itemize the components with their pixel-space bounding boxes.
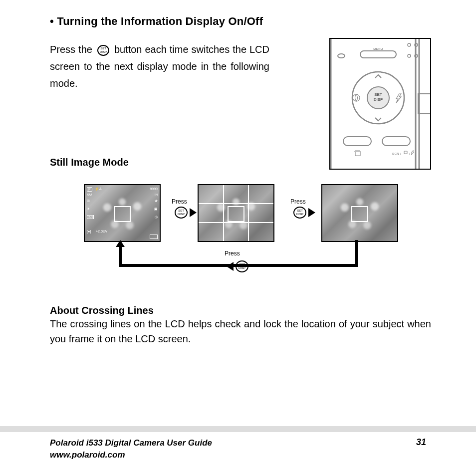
size-label: 5M — [87, 193, 92, 197]
flow-line — [355, 240, 358, 267]
footer-bar — [0, 426, 476, 432]
timer-icon-small: ◷ — [155, 215, 158, 219]
meter-icon-small: [●] — [87, 230, 91, 233]
lcd-full-osd: P ⚡A 9999 5M IN ⊞ ❀ ☀ ▣ ISO ◷ [●] +2.0EV — [84, 184, 161, 242]
about-crossing-lines-body: The crossing lines on the LCD helps chec… — [50, 316, 431, 346]
wb-icon-small: ☀ — [87, 207, 90, 211]
camera-diagram: MENU SET DISP SCN / / — [329, 38, 431, 170]
press-label-2: Press — [290, 198, 306, 205]
body-p1a: Press the — [50, 44, 92, 55]
flash-auto-label: A — [99, 187, 102, 191]
section-title: • Turning the Information Display On/Off — [50, 15, 431, 28]
title-text: Turning the Information Display On/Off — [57, 15, 263, 27]
macro-icon-small: ❀ — [155, 199, 158, 203]
page-footer: Polaroid i533 Digital Camera User Guide … — [0, 426, 476, 461]
lcd-grid — [198, 184, 274, 242]
bullet: • — [50, 15, 54, 27]
arrow-right-icon — [308, 208, 315, 217]
footer-url: www.polaroid.com — [50, 449, 212, 461]
grid-icon-small: ⊞ — [87, 199, 90, 203]
press-label-1: Press — [172, 198, 187, 205]
icon-disp-label: DISP — [100, 50, 107, 53]
arrow-up-icon — [116, 240, 125, 247]
icon-set-label: SET — [100, 47, 106, 50]
mode-p-icon: P — [87, 187, 92, 192]
arrow-right-icon — [190, 208, 197, 217]
svg-text:/: / — [409, 152, 410, 155]
flow-line — [119, 246, 122, 267]
svg-rect-2 — [419, 39, 430, 169]
svg-rect-14 — [382, 137, 410, 146]
in-label: IN — [155, 193, 158, 196]
scn-label: SCN — [392, 152, 399, 155]
footer-guide-title: Polaroid i533 Digital Camera User Guide — [50, 437, 212, 449]
svg-text:SET: SET — [178, 209, 184, 212]
flow-line — [119, 264, 357, 267]
iso-label: ISO — [87, 215, 94, 219]
about-crossing-lines-heading: About Crossing Lines — [50, 305, 431, 316]
set-disp-icon: SETDISP — [175, 206, 188, 219]
set-disp-icon: SET DISP — [97, 44, 109, 56]
dpad-disp-label: DISP — [374, 97, 383, 102]
flash-icon-small: ⚡ — [95, 187, 99, 191]
shots-remaining: 9999 — [150, 187, 158, 191]
svg-text:/: / — [400, 152, 401, 155]
dpad-set-label: SET — [374, 92, 382, 97]
lcd-minimal — [321, 184, 398, 242]
drive-icon-small: ▣ — [154, 207, 158, 211]
press-label-3: Press — [225, 250, 240, 257]
svg-text:SET: SET — [297, 209, 303, 212]
svg-text:DISP: DISP — [296, 213, 303, 216]
body-paragraph: Press the SET DISP button each time swit… — [50, 41, 269, 92]
ev-label: +2.0EV — [96, 230, 107, 233]
battery-icon-small — [150, 235, 158, 239]
set-disp-icon: SETDISP — [293, 206, 306, 219]
svg-text:DISP: DISP — [178, 213, 185, 216]
svg-rect-8 — [360, 51, 396, 58]
menu-label: MENU — [373, 47, 383, 50]
svg-rect-13 — [343, 137, 371, 146]
display-mode-flow: P ⚡A 9999 5M IN ⊞ ❀ ☀ ▣ ISO ◷ [●] +2.0EV — [50, 181, 432, 296]
page-number: 31 — [416, 437, 426, 448]
